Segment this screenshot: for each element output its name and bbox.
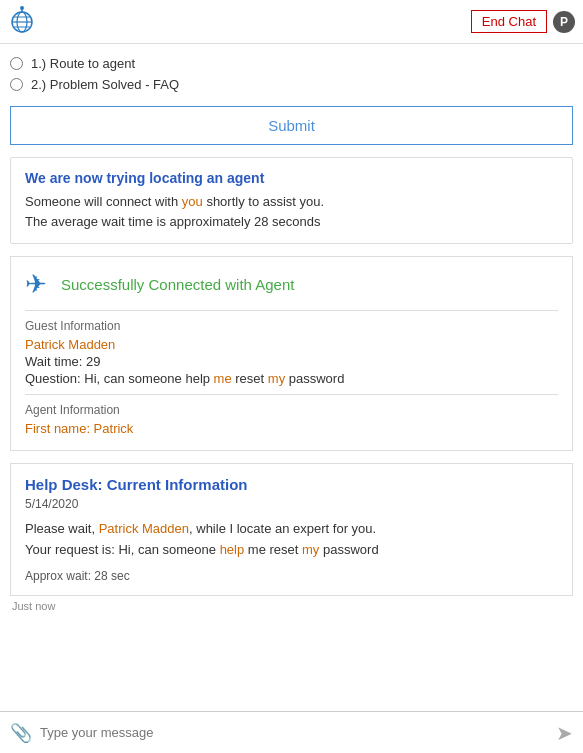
svg-point-6 (20, 6, 24, 10)
connected-header: ✈ Successfully Connected with Agent (25, 269, 558, 300)
agent-name: First name: Patrick (25, 421, 558, 436)
radio-input-2[interactable] (10, 78, 23, 91)
helpdesk-msg-2: Your request is: Hi, can someone help me… (25, 540, 558, 561)
radio-label-1: 1.) Route to agent (31, 56, 135, 71)
helpdesk-date: 5/14/2020 (25, 497, 558, 511)
input-bar: 📎 ➤ (0, 711, 583, 753)
just-now-label: Just now (10, 600, 573, 612)
connected-title: Successfully Connected with Agent (61, 276, 294, 293)
radio-label-2: 2.) Problem Solved - FAQ (31, 77, 179, 92)
submit-button[interactable]: Submit (10, 106, 573, 145)
divider-1 (25, 310, 558, 311)
end-chat-button[interactable]: End Chat (471, 10, 547, 33)
guest-section-title: Guest Information (25, 319, 558, 333)
helpdesk-title: Help Desk: Current Information (25, 476, 558, 493)
connected-card: ✈ Successfully Connected with Agent Gues… (10, 256, 573, 451)
locating-card: We are now trying locating an agent Some… (10, 157, 573, 244)
message-input[interactable] (40, 725, 548, 740)
radio-section: 1.) Route to agent 2.) Problem Solved - … (10, 52, 573, 106)
locating-text-2: The average wait time is approximately 2… (25, 212, 558, 232)
agent-section-title: Agent Information (25, 403, 558, 417)
helpdesk-card: Help Desk: Current Information 5/14/2020… (10, 463, 573, 596)
guest-name: Patrick Madden (25, 337, 558, 352)
chat-area[interactable]: 1.) Route to agent 2.) Problem Solved - … (0, 44, 583, 724)
header-logo (8, 6, 36, 37)
attachment-icon[interactable]: 📎 (10, 722, 32, 744)
avatar: P (553, 11, 575, 33)
radio-input-1[interactable] (10, 57, 23, 70)
wait-time: Wait time: 29 (25, 354, 558, 369)
send-icon[interactable]: ➤ (556, 721, 573, 745)
helpdesk-msg-1: Please wait, Patrick Madden, while I loc… (25, 519, 558, 540)
plane-icon: ✈ (25, 269, 47, 300)
approx-wait: Approx wait: 28 sec (25, 569, 558, 583)
locating-text-1: Someone will connect with you shortly to… (25, 192, 558, 212)
radio-item-1[interactable]: 1.) Route to agent (10, 56, 573, 71)
header: End Chat P (0, 0, 583, 44)
radio-item-2[interactable]: 2.) Problem Solved - FAQ (10, 77, 573, 92)
locating-title: We are now trying locating an agent (25, 170, 558, 186)
divider-2 (25, 394, 558, 395)
question-text: Question: Hi, can someone help me reset … (25, 371, 558, 386)
